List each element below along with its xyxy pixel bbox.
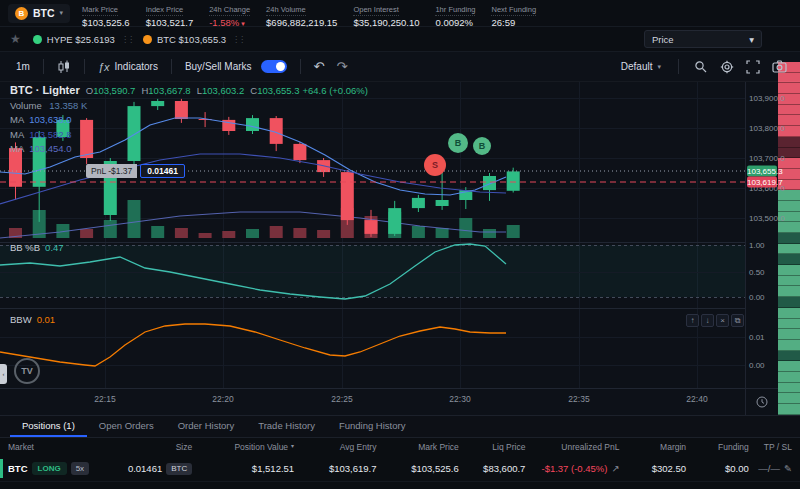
- stat-index-price: Index Price$103,521.7: [146, 0, 194, 28]
- candlestick-icon: [57, 60, 71, 74]
- tab-order-history[interactable]: Order History: [166, 416, 246, 437]
- bottom-tabs: Positions (1)Open OrdersOrder HistoryTra…: [0, 416, 800, 438]
- stat-mark-price: Mark Price$103,525.6: [82, 0, 130, 28]
- size-cell: 0.01461 BTC: [114, 463, 192, 475]
- tp-sl-cell: —/— ✎: [749, 463, 792, 474]
- bid-depth-row: [778, 276, 800, 287]
- redo-button[interactable]: ↷: [330, 59, 353, 74]
- col-tp-sl: TP / SL: [749, 442, 792, 452]
- drag-handle-icon[interactable]: ⋮⋮: [232, 35, 244, 44]
- col-liq-price: Liq Price: [459, 442, 526, 452]
- avg-entry-cell: $103,619.7: [294, 463, 376, 474]
- bid-depth-row: [778, 372, 800, 383]
- position-value-cell: $1,512.51: [192, 463, 294, 474]
- btc-token-icon: [143, 35, 152, 44]
- candle-style-button[interactable]: [51, 57, 77, 77]
- hype-token-icon: [33, 35, 42, 44]
- fullscreen-button[interactable]: [742, 57, 764, 77]
- tab-positions-1-[interactable]: Positions (1): [10, 416, 87, 437]
- size-unit-chip: BTC: [166, 463, 192, 475]
- axis-label: 0.01: [749, 333, 765, 342]
- col-size: Size: [114, 442, 192, 452]
- stat-24h-change: 24h Change-1.58% ▾: [209, 0, 250, 28]
- stat-next-funding: Next Funding26:59: [491, 0, 536, 28]
- axis-label: 0.00: [749, 361, 765, 370]
- col-funding: Funding: [686, 442, 749, 452]
- share-pnl-icon[interactable]: ↗: [611, 463, 619, 474]
- edit-tpsl-icon[interactable]: ✎: [784, 463, 792, 474]
- watchlist-item-btc[interactable]: BTC $103,655.3: [143, 34, 226, 45]
- price-badge: 103,619.7: [747, 177, 777, 188]
- timezone-button[interactable]: [745, 388, 778, 415]
- position-qty-button[interactable]: 0.01461: [140, 164, 185, 178]
- symbol-selector[interactable]: B BTC ▾: [8, 4, 70, 23]
- time-axis[interactable]: 22:1522:2022:2522:3022:3522:40: [0, 388, 745, 415]
- chart-settings-button[interactable]: [716, 57, 738, 77]
- fullscreen-icon: [746, 60, 760, 74]
- camera-icon: [772, 60, 787, 73]
- watchlist-bar: ★ HYPE $25.6193⋮⋮BTC $103,655.3⋮⋮ Price …: [0, 27, 800, 52]
- watchlist-item-hype[interactable]: HYPE $25.6193: [33, 34, 115, 45]
- time-label: 22:35: [568, 394, 589, 404]
- funding-cell: $0.00: [686, 463, 749, 474]
- time-label: 22:30: [449, 394, 470, 404]
- chevron-down-icon: ▾: [657, 63, 661, 71]
- price-badge: 103,655.3: [747, 166, 777, 177]
- margin-cell: $302.50: [619, 463, 686, 474]
- chart-toolbar: 1m ƒx Indicators Buy/Sell Marks: [0, 52, 800, 82]
- drawing-toolbar-toggle[interactable]: ‹: [0, 364, 7, 384]
- stat-24h-volume: 24h Volume$696,882,219.15: [266, 0, 337, 28]
- axis-label: 103,500.0: [749, 214, 785, 223]
- layout-select[interactable]: Default ▾: [615, 58, 667, 75]
- axis-label: 0.50: [749, 268, 765, 277]
- buysell-marks-toggle[interactable]: [261, 60, 287, 73]
- drag-handle-icon[interactable]: ⋮⋮: [121, 35, 133, 44]
- liq-price-cell: $83,600.7: [459, 463, 526, 474]
- snapshot-button[interactable]: [768, 57, 790, 77]
- time-label: 22:40: [686, 394, 707, 404]
- tab-funding-history[interactable]: Funding History: [327, 416, 418, 437]
- mark-price-cell: $103,525.6: [376, 463, 458, 474]
- positions-table-header: MarketSizePosition Value▾Avg EntryMark P…: [0, 438, 800, 456]
- bid-depth-row: [778, 329, 800, 340]
- chart-panel: SBB 1m ƒx Indicators Buy/Sell Marks: [0, 52, 800, 415]
- favorites-star-icon[interactable]: ★: [10, 32, 21, 46]
- chart-canvas[interactable]: SBB: [0, 52, 745, 415]
- side-badge: LONG: [32, 462, 67, 475]
- svg-text:B: B: [479, 141, 486, 151]
- price-axis[interactable]: 103,900.0103,800.0103,700.0103,600.0103,…: [745, 82, 778, 388]
- bid-depth-row: [778, 222, 800, 233]
- zoom-search-button[interactable]: [690, 57, 712, 77]
- undo-button[interactable]: ↶: [308, 59, 331, 74]
- position-line-label: PnL -$1.37 0.01461: [86, 164, 185, 178]
- col-mark-price: Mark Price: [376, 442, 458, 452]
- interval-button[interactable]: 1m: [10, 58, 36, 75]
- ask-depth-row: [778, 137, 800, 148]
- pane-move-down-icon[interactable]: ↓: [701, 314, 714, 327]
- pane-move-up-icon[interactable]: ↑: [686, 314, 699, 327]
- pane-close-icon[interactable]: ×: [716, 314, 729, 327]
- bid-depth-row: [778, 319, 800, 330]
- time-label: 22:20: [212, 394, 233, 404]
- svg-text:B: B: [455, 138, 462, 148]
- bid-depth-row: [778, 351, 800, 362]
- price-select-label: Price: [652, 34, 674, 45]
- bid-depth-row: [778, 244, 800, 255]
- axis-label: 103,700.0: [749, 154, 785, 163]
- stat-1hr-funding: 1hr Funding0.0092%: [435, 0, 475, 28]
- bid-depth-row: [778, 254, 800, 265]
- tab-trade-history[interactable]: Trade History: [246, 416, 327, 437]
- indicators-button[interactable]: ƒx Indicators: [92, 58, 164, 76]
- col-position-value[interactable]: Position Value▾: [192, 442, 294, 452]
- bid-depth-row: [778, 233, 800, 244]
- tab-open-orders[interactable]: Open Orders: [87, 416, 166, 437]
- price-display-select[interactable]: Price ▾: [644, 30, 762, 48]
- bid-depth-row: [778, 383, 800, 394]
- tradingview-logo[interactable]: TV: [14, 358, 40, 384]
- pane-maximize-icon[interactable]: ⧉: [731, 314, 744, 327]
- symbol-label: BTC: [33, 7, 55, 19]
- position-row[interactable]: BTC LONG 5x 0.01461 BTC $1,512.51 $103,6…: [0, 456, 800, 482]
- position-pnl-label: PnL -$1.37: [86, 164, 137, 178]
- watchlist-items: HYPE $25.6193⋮⋮BTC $103,655.3⋮⋮: [33, 34, 254, 45]
- bid-depth-row: [778, 404, 800, 415]
